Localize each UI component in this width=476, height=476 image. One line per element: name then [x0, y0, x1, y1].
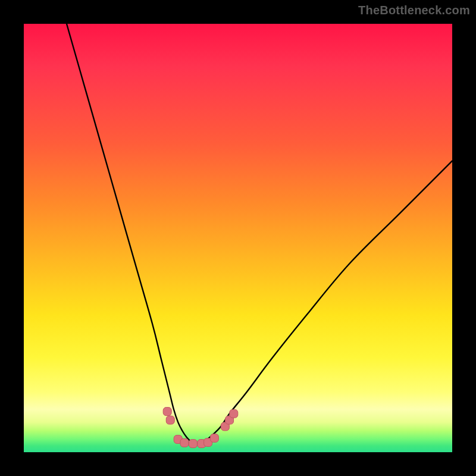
data-marker [163, 408, 171, 416]
data-marker [210, 434, 218, 442]
plot-area [24, 24, 452, 452]
watermark-text: TheBottleneck.com [358, 4, 470, 17]
data-marker [166, 416, 174, 424]
data-marker [189, 440, 197, 448]
data-marker [230, 409, 238, 418]
chart-svg [24, 24, 452, 452]
curve-group [67, 24, 452, 444]
chart-frame: TheBottleneck.com [0, 0, 476, 476]
curve-right-branch [195, 161, 452, 443]
data-marker [180, 439, 189, 447]
curve-left-branch [67, 24, 195, 444]
